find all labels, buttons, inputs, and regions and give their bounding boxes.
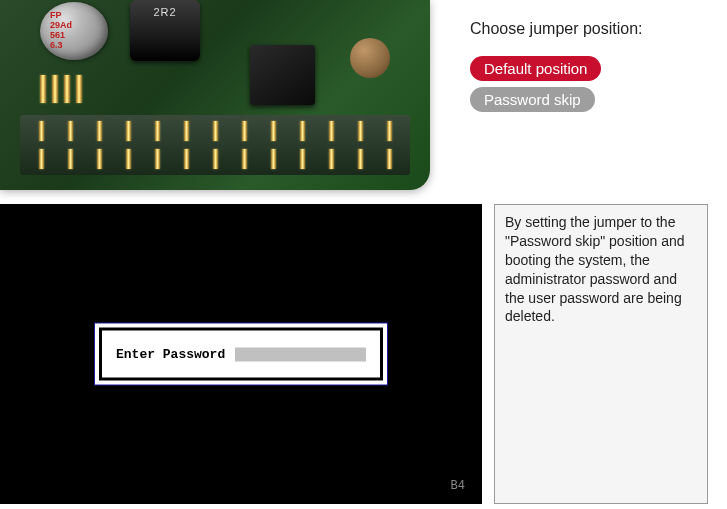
info-panel: By setting the jumper to the "Password s… xyxy=(494,204,708,504)
options-panel: Choose jumper position: Default position… xyxy=(430,0,727,118)
password-input[interactable] xyxy=(235,347,366,361)
motherboard-photo: FP 29Ad 561 6.3 2R2 xyxy=(0,0,430,190)
inductor-label: 2R2 xyxy=(153,6,176,18)
capacitor-small xyxy=(350,38,390,78)
jumper-header xyxy=(20,115,410,175)
cap-label-4: 6.3 xyxy=(50,41,108,51)
capacitor-large: FP 29Ad 561 6.3 xyxy=(40,2,108,60)
default-position-button[interactable]: Default position xyxy=(470,56,601,81)
pin-row-top xyxy=(40,75,82,103)
password-prompt-label: Enter Password xyxy=(116,347,225,362)
password-dialog: Enter Password xyxy=(99,328,383,381)
password-skip-button[interactable]: Password skip xyxy=(470,87,595,112)
options-title: Choose jumper position: xyxy=(470,20,697,38)
ic-chip xyxy=(250,45,315,105)
info-text: By setting the jumper to the "Password s… xyxy=(505,214,685,324)
bios-footer-code: B4 xyxy=(451,479,465,493)
inductor: 2R2 xyxy=(130,0,200,61)
bios-screen: Enter Password B4 xyxy=(0,204,482,504)
